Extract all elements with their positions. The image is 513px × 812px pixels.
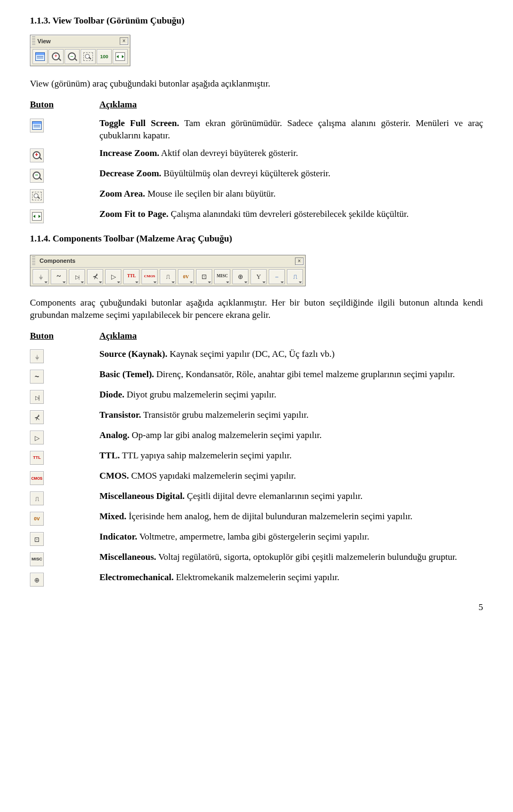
cmos-button[interactable]: CMOS xyxy=(30,471,44,485)
chevron-down-icon xyxy=(99,282,102,283)
misc-digital-button[interactable] xyxy=(160,269,176,284)
zoom-area-icon xyxy=(32,192,42,200)
desc-zoom-area: Zoom Area. Mouse ile seçilen bir alanı b… xyxy=(99,188,483,203)
source-button[interactable] xyxy=(30,349,44,363)
table-row: + xyxy=(30,147,89,162)
basic-icon xyxy=(35,371,39,383)
misc-icon: MISC xyxy=(217,274,228,279)
misc-button[interactable]: MISC xyxy=(214,269,230,284)
table-row xyxy=(30,208,89,223)
table-row xyxy=(30,572,89,587)
ladder-button[interactable] xyxy=(269,269,285,284)
desc-transistor: Transistor. Transistör grubu malzemeleri… xyxy=(99,409,483,424)
desc-ttl: TTL. TTL yapıya sahip malzemelerin seçim… xyxy=(99,450,483,465)
diode-icon xyxy=(75,270,79,283)
basic-button[interactable] xyxy=(30,370,44,384)
indicator-button[interactable] xyxy=(30,532,44,546)
toggle-fullscreen-button[interactable] xyxy=(33,49,48,64)
desc-mixed: Mixed. İçerisinde hem analog, hem de dij… xyxy=(99,511,483,526)
zoom-fit-button[interactable] xyxy=(113,49,128,64)
ttl-button[interactable]: TTL xyxy=(30,451,44,465)
misc-digital-icon xyxy=(166,270,170,283)
analog-icon xyxy=(35,432,40,444)
table-row xyxy=(30,118,89,142)
zoom-fit-icon xyxy=(115,52,125,61)
misc-digital-icon xyxy=(35,493,39,505)
toolbar-grip-icon[interactable] xyxy=(32,36,35,46)
diode-button[interactable] xyxy=(30,390,44,404)
table-row xyxy=(30,348,89,363)
table-row xyxy=(30,430,89,444)
zoom-100-icon: 100 xyxy=(100,53,108,60)
transistor-icon xyxy=(34,411,40,424)
zoom-100-button[interactable]: 100 xyxy=(97,49,112,64)
zoom-area-button[interactable] xyxy=(30,189,44,203)
misc-digital-button[interactable] xyxy=(30,491,44,505)
indicator-button[interactable] xyxy=(196,269,212,284)
table-row: TTL xyxy=(30,450,89,465)
indicator-icon xyxy=(34,533,40,545)
chevron-down-icon xyxy=(63,282,66,283)
table-row: 0V xyxy=(30,511,89,526)
desc-electromechanical: Electromechanical. Elektromekanik malzem… xyxy=(99,572,483,587)
transistor-button[interactable] xyxy=(30,410,44,424)
ttl-icon: TTL xyxy=(127,274,136,279)
chevron-down-icon xyxy=(81,282,84,283)
chevron-down-icon xyxy=(226,282,229,283)
desc-misc-digital: Miscellaneous Digital. Çeşitli dijital d… xyxy=(99,490,483,505)
zoom-fit-button[interactable] xyxy=(30,209,44,223)
analog-button[interactable] xyxy=(105,269,121,284)
view-definitions-table: Buton Açıklama Toggle Full Screen. Tam e… xyxy=(30,99,483,223)
electromechanical-button[interactable] xyxy=(232,269,248,284)
basic-icon xyxy=(57,270,60,283)
mixed-button[interactable]: 0V xyxy=(178,269,194,284)
components-toolbar: Components × TTL CMOS 0V MISC xyxy=(30,255,306,286)
col-header-button: Buton xyxy=(30,330,89,343)
ttl-button[interactable]: TTL xyxy=(123,269,139,284)
diode-button[interactable] xyxy=(69,269,85,284)
increase-zoom-button[interactable]: + xyxy=(49,49,64,64)
decrease-zoom-button[interactable]: – xyxy=(65,49,80,64)
cmos-button[interactable]: CMOS xyxy=(142,269,158,284)
analog-button[interactable] xyxy=(30,431,44,444)
section-113-heading: 1.1.3. View Toolbar (Görünüm Çubuğu) xyxy=(30,15,483,27)
basic-button[interactable] xyxy=(51,269,67,284)
desc-diode: Diode. Diyot grubu malzemelerin seçimi y… xyxy=(99,389,483,404)
desc-source: Source (Kaynak). Kaynak seçimi yapılır (… xyxy=(99,348,483,363)
section-114-heading: 1.1.4. Components Toolbar (Malzeme Araç … xyxy=(30,233,483,245)
bus-button[interactable] xyxy=(287,269,303,284)
toggle-fullscreen-button[interactable] xyxy=(30,119,44,132)
electromechanical-button[interactable] xyxy=(30,573,44,587)
electromechanical-icon xyxy=(238,270,243,283)
rf-button[interactable] xyxy=(251,269,267,284)
table-row: MISC xyxy=(30,551,89,566)
chevron-down-icon xyxy=(153,282,157,283)
toolbar-grip-icon[interactable] xyxy=(32,256,35,266)
desc-misc: Miscellaneous. Voltaj regülatörü, sigort… xyxy=(99,551,483,566)
view-toolbar-buttons: + – 100 xyxy=(30,48,130,66)
zoom-out-icon: – xyxy=(33,171,41,180)
chevron-down-icon xyxy=(172,282,175,283)
table-row: – xyxy=(30,168,89,183)
close-icon[interactable]: × xyxy=(120,37,128,45)
misc-button[interactable]: MISC xyxy=(30,552,44,566)
zoom-area-button[interactable] xyxy=(81,49,96,64)
components-toolbar-title: Components xyxy=(37,257,295,265)
zoom-in-icon: + xyxy=(52,52,60,61)
indicator-icon xyxy=(201,270,207,283)
close-icon[interactable]: × xyxy=(295,257,304,265)
increase-zoom-button[interactable]: + xyxy=(30,149,44,162)
source-icon xyxy=(35,350,39,363)
decrease-zoom-button[interactable]: – xyxy=(30,169,44,183)
cmos-icon: CMOS xyxy=(32,476,43,481)
transistor-button[interactable] xyxy=(87,269,103,284)
mixed-button[interactable]: 0V xyxy=(30,512,44,526)
chevron-down-icon xyxy=(190,282,193,283)
desc-zoom-fit: Zoom Fit to Page. Çalışma alanındaki tüm… xyxy=(99,208,483,223)
cmos-icon: CMOS xyxy=(144,274,156,279)
chevron-down-icon xyxy=(117,282,120,283)
view-toolbar: View × + – 100 xyxy=(30,35,130,66)
fullscreen-icon xyxy=(35,52,45,61)
table-row xyxy=(30,409,89,424)
source-button[interactable] xyxy=(33,269,49,284)
